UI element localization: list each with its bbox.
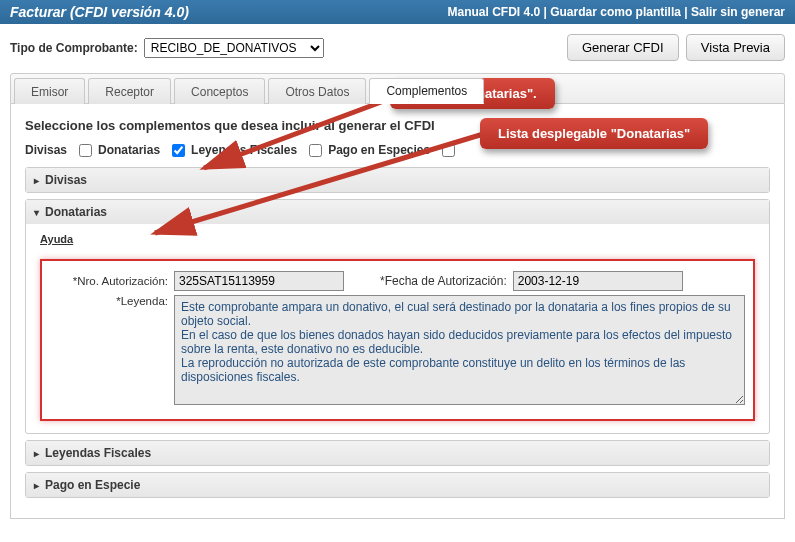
ayuda-link[interactable]: Ayuda <box>40 233 73 245</box>
leyendas-checkbox[interactable] <box>309 144 322 157</box>
generate-cfdi-button[interactable]: Generar CFDI <box>567 34 679 61</box>
app-header: Facturar (CFDI versión 4.0) Manual CFDI … <box>0 0 795 24</box>
fecha-autorizacion-label: *Fecha de Autorización: <box>380 274 507 288</box>
accordion-leyendas-header[interactable]: ▸ Leyendas Fiscales <box>26 441 769 465</box>
accordion-leyendas-label: Leyendas Fiscales <box>45 446 151 460</box>
accordion-divisas: ▸ Divisas <box>25 167 770 193</box>
link-manual[interactable]: Manual CFDI 4.0 <box>447 5 540 19</box>
tipo-comprobante-label: Tipo de Comprobante: <box>10 41 138 55</box>
leyenda-label: *Leyenda: <box>50 295 168 307</box>
leyenda-textarea[interactable] <box>174 295 745 405</box>
chevron-down-icon: ▾ <box>34 207 39 218</box>
accordion-pago-especie: ▸ Pago en Especie <box>25 472 770 498</box>
header-title: Facturar (CFDI versión 4.0) <box>10 4 189 20</box>
tab-conceptos[interactable]: Conceptos <box>174 78 265 104</box>
tab-complementos[interactable]: Complementos <box>369 78 484 104</box>
donatarias-checkbox[interactable] <box>172 144 185 157</box>
nro-autorizacion-label: *Nro. Autorización: <box>50 275 168 287</box>
header-links: Manual CFDI 4.0 | Guardar como plantilla… <box>447 5 785 19</box>
accordion-donatarias-label: Donatarias <box>45 205 107 219</box>
accordion-pago-especie-label: Pago en Especie <box>45 478 140 492</box>
tab-emisor[interactable]: Emisor <box>14 78 85 104</box>
leyendas-label: Leyendas Fiscales <box>191 143 297 157</box>
instruction-text: Seleccione los complementos que desea in… <box>25 118 770 133</box>
pago-especies-label: Pago en Especies <box>328 143 430 157</box>
nro-autorizacion-input[interactable] <box>174 271 344 291</box>
accordion-divisas-header[interactable]: ▸ Divisas <box>26 168 769 192</box>
complementos-checkboxes: Divisas Donatarias Leyendas Fiscales Pag… <box>25 143 770 157</box>
pago-especies-checkbox[interactable] <box>442 144 455 157</box>
divisas-label: Divisas <box>25 143 67 157</box>
preview-button[interactable]: Vista Previa <box>686 34 785 61</box>
chevron-right-icon: ▸ <box>34 448 39 459</box>
accordion-divisas-label: Divisas <box>45 173 87 187</box>
donatarias-label: Donatarias <box>98 143 160 157</box>
accordion-donatarias-header[interactable]: ▾ Donatarias <box>26 200 769 224</box>
divisas-checkbox[interactable] <box>79 144 92 157</box>
complementos-panel: Seleccione los complementos que desea in… <box>10 104 785 519</box>
top-controls: Tipo de Comprobante: RECIBO_DE_DONATIVOS… <box>0 24 795 67</box>
accordion-pago-especie-header[interactable]: ▸ Pago en Especie <box>26 473 769 497</box>
donatarias-form-highlight: *Nro. Autorización: *Fecha de Autorizaci… <box>40 259 755 421</box>
tab-strip: Emisor Receptor Conceptos Otros Datos Co… <box>10 73 785 104</box>
accordion-donatarias: ▾ Donatarias Ayuda *Nro. Autorización: *… <box>25 199 770 434</box>
fecha-autorizacion-input[interactable] <box>513 271 683 291</box>
tab-receptor[interactable]: Receptor <box>88 78 171 104</box>
tipo-comprobante-select[interactable]: RECIBO_DE_DONATIVOS <box>144 38 324 58</box>
link-exit[interactable]: Salir sin generar <box>691 5 785 19</box>
tab-otros-datos[interactable]: Otros Datos <box>268 78 366 104</box>
chevron-right-icon: ▸ <box>34 175 39 186</box>
accordion-leyendas: ▸ Leyendas Fiscales <box>25 440 770 466</box>
chevron-right-icon: ▸ <box>34 480 39 491</box>
link-save-template[interactable]: Guardar como plantilla <box>550 5 681 19</box>
